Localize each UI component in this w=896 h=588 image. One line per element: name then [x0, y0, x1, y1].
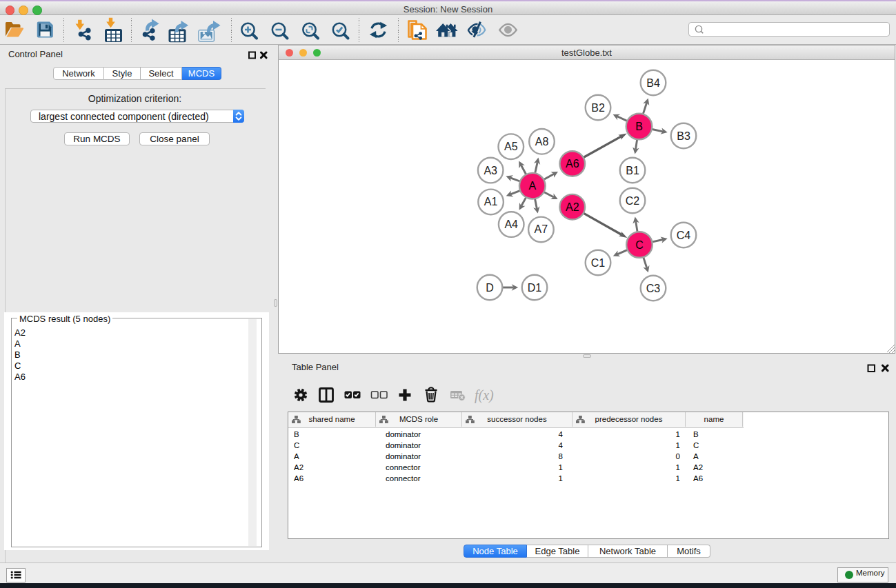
svg-text:C2: C2 — [626, 195, 640, 207]
svg-text:A: A — [528, 180, 536, 192]
svg-text:A5: A5 — [504, 141, 518, 152]
svg-text:B3: B3 — [677, 130, 690, 142]
svg-text:C4: C4 — [677, 230, 691, 241]
svg-text:C1: C1 — [591, 257, 606, 269]
svg-text:B: B — [635, 121, 643, 132]
svg-text:A6: A6 — [566, 158, 579, 170]
svg-text:D: D — [486, 282, 494, 294]
svg-text:A7: A7 — [535, 223, 548, 235]
svg-text:f(x): f(x) — [475, 387, 494, 403]
svg-text:C3: C3 — [646, 283, 661, 294]
svg-text:A8: A8 — [535, 136, 549, 148]
svg-text:A2: A2 — [566, 201, 579, 213]
svg-text:A4: A4 — [504, 219, 518, 230]
svg-text:B2: B2 — [591, 102, 605, 114]
svg-text:A3: A3 — [484, 165, 497, 176]
svg-text:C: C — [635, 239, 644, 251]
svg-text:D1: D1 — [528, 282, 542, 294]
svg-text:B4: B4 — [646, 77, 660, 89]
svg-text:B1: B1 — [626, 165, 639, 176]
svg-text:A1: A1 — [484, 196, 498, 207]
